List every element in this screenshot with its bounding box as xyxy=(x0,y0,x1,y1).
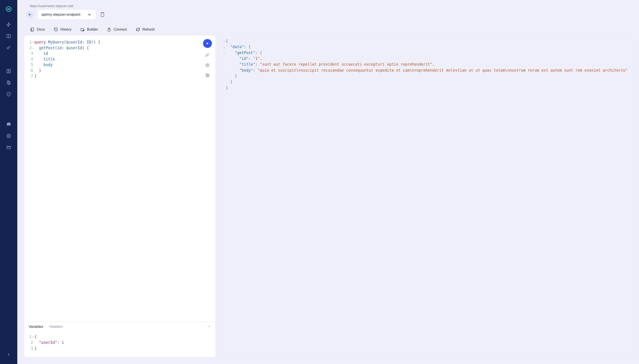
svg-point-6 xyxy=(7,134,11,138)
left-sidebar xyxy=(0,0,17,364)
prettify-button[interactable] xyxy=(204,52,211,58)
editor-toolbar: Docs History Builder Connect Refresh xyxy=(24,24,632,35)
main-area: https://username.stepzen.net/ api/my-ste… xyxy=(17,0,639,364)
variables-editor[interactable]: 1▾{2 "userId": 13} xyxy=(24,332,215,357)
svg-point-7 xyxy=(8,135,9,136)
card-icon[interactable] xyxy=(4,142,14,152)
connect-button[interactable]: Connect xyxy=(107,27,127,32)
headers-tab[interactable]: Headers xyxy=(50,325,63,329)
history-icon xyxy=(54,27,58,32)
code-shield-icon[interactable] xyxy=(4,89,14,99)
stepzen-logo-icon[interactable] xyxy=(4,4,14,14)
copy-query-button[interactable] xyxy=(204,72,211,78)
panel-layout-icon[interactable] xyxy=(4,31,14,41)
query-editor-panel: 1▾query MyQuery($userId: ID!) {2▾ getPos… xyxy=(24,35,216,357)
svg-rect-5 xyxy=(8,82,10,84)
svg-point-3 xyxy=(7,48,9,49)
svg-rect-16 xyxy=(206,74,208,76)
base-url-text: https://username.stepzen.net/ xyxy=(30,4,74,8)
result-panel[interactable]: ▾{▾ "data": {▾ "getPost": { "id": "1", "… xyxy=(219,35,632,357)
back-button[interactable] xyxy=(26,11,34,18)
docs-icon xyxy=(30,27,35,32)
variables-section: Variables Headers 1▾{2 "userId": 13} xyxy=(24,322,215,357)
query-editor[interactable]: 1▾query MyQuery($userId: ID!) {2▾ getPos… xyxy=(24,36,215,322)
chevron-down-icon xyxy=(87,12,92,17)
history-button[interactable]: History xyxy=(54,27,72,32)
svg-rect-15 xyxy=(207,75,209,77)
builder-icon xyxy=(80,27,85,32)
refresh-icon xyxy=(136,27,140,32)
builder-button[interactable]: Builder xyxy=(80,27,98,32)
endpoint-select[interactable]: api/my-stepzen-endpoint xyxy=(37,10,96,20)
refresh-button[interactable]: Refresh xyxy=(136,27,155,32)
connect-icon xyxy=(107,27,111,32)
collapse-sidebar-icon[interactable] xyxy=(4,349,14,360)
docs-button[interactable]: Docs xyxy=(30,27,45,32)
svg-rect-8 xyxy=(7,146,11,149)
variables-tab[interactable]: Variables xyxy=(29,325,43,329)
discord-icon[interactable] xyxy=(4,119,14,130)
merge-button[interactable] xyxy=(204,62,211,68)
copy-url-button[interactable] xyxy=(100,12,105,17)
run-query-button[interactable] xyxy=(203,39,212,48)
svg-rect-11 xyxy=(31,28,34,31)
endpoint-selected-label: api/my-stepzen-endpoint xyxy=(42,13,80,17)
key-icon[interactable] xyxy=(4,42,14,53)
support-icon[interactable] xyxy=(4,131,14,141)
collapse-variables-icon[interactable] xyxy=(207,324,211,329)
lightning-icon[interactable] xyxy=(4,20,14,30)
database-icon[interactable] xyxy=(4,78,14,88)
book-icon[interactable] xyxy=(4,66,14,76)
svg-rect-10 xyxy=(101,13,104,17)
